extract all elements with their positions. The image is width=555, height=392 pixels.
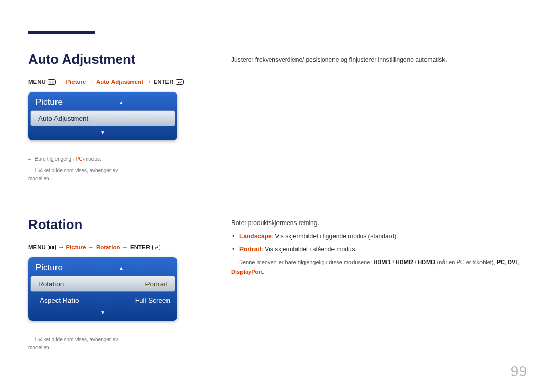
breadcrumb-sep: → (122, 244, 128, 250)
section-auto-adjustment: Auto Adjustment MENU → Picture → Auto Ad… (28, 51, 527, 186)
note-dvi: DVI (508, 259, 517, 265)
svg-rect-5 (52, 82, 54, 82)
option-label: Landscape (239, 233, 272, 240)
svg-rect-6 (52, 83, 54, 83)
note-text: Denne menyen er bare tilgjengelig i diss… (238, 259, 373, 265)
section-rotation: Rotation MENU → Picture → Rotation → ENT… (28, 217, 527, 355)
enter-icon (176, 79, 184, 85)
down-arrow-icon[interactable]: ▼ (100, 129, 105, 135)
option-landscape: Landscape: Vis skjermbildet i liggende m… (239, 231, 527, 241)
footnote-pc-mode: – Bare tilgjengelig i PC-modus. (28, 155, 121, 163)
bullet-icon: · (31, 298, 33, 303)
menu-row-value: Portrait (145, 280, 168, 288)
note-sep: / (413, 259, 418, 265)
menu-row-aspect-ratio[interactable]: · Aspect Ratio Full Screen (28, 293, 177, 308)
breadcrumb-sep: → (58, 79, 64, 85)
breadcrumb-rotation-item: Rotation (96, 244, 120, 250)
right-column-auto: Justerer frekvensverdiene/-posisjonene o… (231, 51, 527, 186)
up-arrow-icon[interactable]: ▲ (119, 265, 124, 271)
footnote-model: – Hvilket bilde som vises, avhenger av m… (28, 335, 121, 352)
breadcrumb-sep: → (88, 79, 94, 85)
heading-rotation: Rotation (28, 217, 200, 233)
menu-footer: ▼ (28, 127, 177, 140)
accent-bar (28, 31, 95, 34)
breadcrumb-sep: → (58, 244, 64, 250)
menu-footer: ▼ (28, 308, 177, 321)
rotation-options-list: Landscape: Vis skjermbildet i liggende m… (231, 231, 527, 254)
menu-row-value: Full Screen (135, 296, 170, 304)
right-column-rotation: Roter produktskjermens retning. Landscap… (231, 217, 527, 355)
page-number: 99 (511, 363, 527, 380)
footnote-model: – Hvilket bilde som vises, avhenger av m… (28, 166, 121, 183)
note-hdmi3: HDMI3 (418, 259, 435, 265)
breadcrumb-rotation: MENU → Picture → Rotation → ENTER (28, 244, 200, 250)
option-desc: : Vis skjermbildet i stående modus. (262, 246, 357, 253)
svg-rect-9 (49, 246, 51, 247)
breadcrumb-sep: → (88, 244, 94, 250)
option-portrait: Portrait: Vis skjermbildet i stående mod… (239, 244, 527, 254)
note-sep: , (517, 259, 519, 265)
menu-row-auto-adjustment[interactable]: Auto Adjustment (30, 110, 175, 126)
menu-row-label: Aspect Ratio (40, 296, 79, 304)
breadcrumb-menu-label: MENU (28, 244, 46, 250)
left-column-auto: Auto Adjustment MENU → Picture → Auto Ad… (28, 51, 200, 186)
footnotes-rotation: – Hvilket bilde som vises, avhenger av m… (28, 331, 121, 352)
footnote-text: Bare tilgjengelig i (35, 156, 76, 162)
footnote-highlight: PC (76, 156, 83, 162)
menu-panel-title: Picture (35, 263, 63, 273)
option-desc: : Vis skjermbildet i liggende modus (sta… (272, 233, 398, 240)
note-sep: / (391, 259, 396, 265)
menu-panel-title: Picture (35, 97, 63, 107)
note-hdmi2: HDMI2 (396, 259, 413, 265)
menu-panel-title-row: Picture ▲ (28, 92, 177, 109)
left-column-rotation: Rotation MENU → Picture → Rotation → ENT… (28, 217, 200, 355)
svg-rect-10 (49, 247, 51, 248)
breadcrumb-enter-label: ENTER (130, 244, 150, 250)
menu-panel-rotation: Picture ▲ Rotation Portrait · Aspect Rat… (28, 257, 177, 321)
option-label: Portrait (239, 246, 262, 253)
note-hdmi1: HDMI1 (373, 259, 391, 265)
menu-panel-title-row: Picture ▲ (28, 257, 177, 275)
menu-icon (48, 79, 56, 85)
svg-rect-3 (49, 83, 51, 83)
note-text: (når en PC er tilkoblet), (435, 259, 496, 265)
heading-auto-adjustment: Auto Adjustment (28, 51, 200, 67)
breadcrumb-auto: MENU → Picture → Auto Adjustment → ENTER (28, 79, 200, 85)
breadcrumb-auto-adjustment: Auto Adjustment (96, 79, 143, 85)
svg-rect-11 (49, 248, 51, 249)
availability-note: ― Denne menyen er bare tilgjengelig i di… (231, 257, 527, 276)
breadcrumb-picture: Picture (66, 244, 86, 250)
up-arrow-icon[interactable]: ▲ (119, 100, 124, 105)
svg-rect-2 (49, 82, 51, 82)
note-pc: PC (497, 259, 505, 265)
auto-adjustment-description: Justerer frekvensverdiene/-posisjonene o… (231, 54, 527, 65)
breadcrumb-menu-label: MENU (28, 79, 46, 85)
breadcrumb-sep: → (145, 79, 152, 85)
down-arrow-icon[interactable]: ▼ (100, 310, 105, 315)
rotation-intro: Roter produktskjermens retning. (231, 218, 527, 228)
enter-icon (152, 245, 160, 250)
note-displayport: DisplayPort (231, 269, 263, 275)
svg-rect-1 (49, 81, 51, 81)
top-rule (28, 35, 527, 35)
note-text: . (263, 269, 264, 275)
svg-rect-12 (52, 246, 54, 247)
footnote-text: Hvilket bilde som vises, avhenger av mod… (28, 337, 118, 350)
menu-row-rotation[interactable]: Rotation Portrait (30, 276, 175, 292)
menu-icon (48, 245, 56, 250)
breadcrumb-picture: Picture (66, 79, 86, 85)
breadcrumb-enter-label: ENTER (154, 79, 174, 85)
footnote-text: Hvilket bilde som vises, avhenger av mod… (28, 167, 118, 181)
svg-rect-13 (52, 247, 54, 248)
menu-row-label: Rotation (38, 280, 64, 288)
footnotes-auto: – Bare tilgjengelig i PC-modus. – Hvilke… (28, 151, 121, 183)
menu-panel-auto: Picture ▲ Auto Adjustment ▼ (28, 92, 177, 140)
svg-rect-14 (52, 248, 54, 249)
menu-row-label: Auto Adjustment (38, 115, 88, 122)
footnote-text: -modus. (83, 156, 101, 162)
svg-rect-4 (52, 81, 54, 81)
